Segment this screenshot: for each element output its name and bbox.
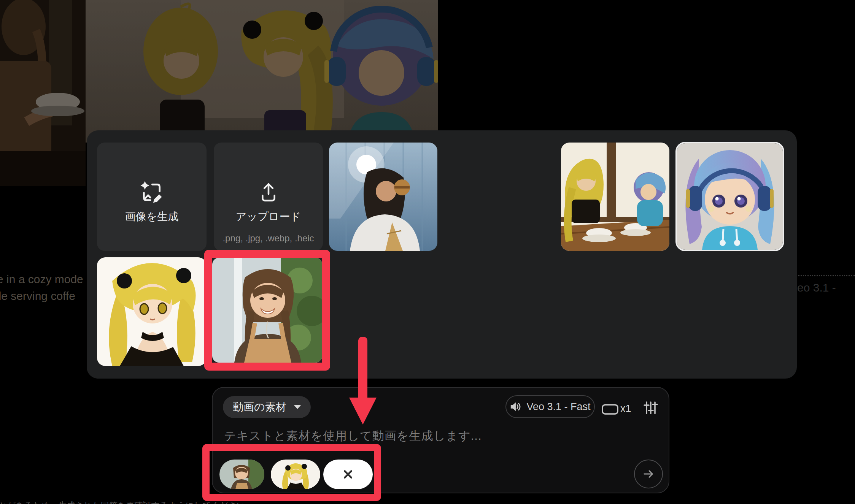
generate-submit-button[interactable] [634,460,663,488]
arrow-right-icon [642,468,655,480]
background-prompt-text: e in a cozy mode ile serving coffe [0,266,84,308]
generate-image-button[interactable]: 画像を生成 [97,143,207,251]
output-count[interactable]: x1 [620,403,631,415]
asset-type-selector[interactable]: 動画の素材 [223,396,311,418]
remove-assets-button[interactable] [323,460,373,489]
background-prompt-line2: ile serving coffe [0,290,75,303]
thumbnail-woman-apron-selected[interactable] [212,258,322,363]
thumbnail-chibi-headphones[interactable] [675,142,784,251]
chevron-down-icon [294,405,301,409]
background-cafe-video [0,0,86,186]
background-model-label: eo 3.1 - Fast [797,281,855,297]
close-icon [342,468,354,481]
generate-image-icon [140,179,164,206]
tune-sliders-icon[interactable] [644,401,658,415]
asset-chip-anime[interactable] [271,460,320,489]
footer-disclaimer: とがあるため、生成された回答を再確認するようにしてください [0,500,245,504]
aspect-ratio-icon[interactable] [601,404,619,415]
background-prompt-line1: e in a cozy mode [0,273,83,286]
asset-chip-woman[interactable] [219,460,264,489]
thumbnail-anime-cafe[interactable] [561,143,669,251]
upload-label: アップロード [236,209,301,224]
background-divider [798,275,855,276]
upload-button[interactable]: アップロード .png, .jpg, .webp, .heic [214,143,323,251]
thumbnail-woman-eating-burger[interactable] [329,143,437,251]
thumbnail-anime-blonde[interactable] [97,257,207,366]
upload-filetypes: .png, .jpg, .webp, .heic [222,233,314,244]
flow-video-generator-screen: e in a cozy mode ile serving coffe eo 3.… [0,0,855,504]
generate-image-label: 画像を生成 [125,209,179,224]
prompt-bar: 動画の素材 Veo 3.1 - Fast x1 [212,387,669,493]
audio-on-icon [510,401,521,412]
background-video-frame [86,0,438,143]
model-label: Veo 3.1 - Fast [526,401,590,413]
model-selector[interactable]: Veo 3.1 - Fast [505,395,595,418]
prompt-input[interactable]: テキストと素材を使用して動画を生成します... [224,428,482,444]
upload-icon [257,179,280,206]
asset-picker-panel: 画像を生成 アップロード .png, .jpg, .webp, .heic [87,130,797,379]
panel-empty-space [435,143,549,366]
asset-type-label: 動画の素材 [233,400,286,414]
